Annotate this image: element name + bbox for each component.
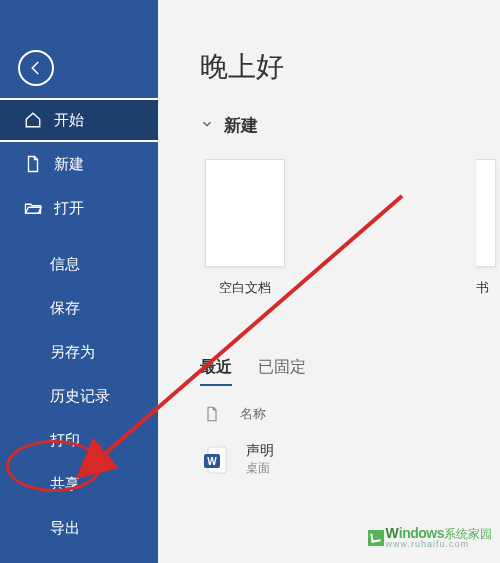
sidebar-item-new[interactable]: 新建 xyxy=(0,142,158,186)
template-thumb-clipped xyxy=(476,159,496,267)
home-icon xyxy=(24,111,42,129)
sidebar-item-info[interactable]: 信息 xyxy=(0,242,158,286)
sidebar-list: 开始 新建 打开 信息 保存 另存为 xyxy=(0,98,158,550)
file-name: 声明 xyxy=(246,442,274,460)
sidebar-item-export[interactable]: 导出 xyxy=(0,506,158,550)
sidebar-item-print[interactable]: 打印 xyxy=(0,418,158,462)
sidebar-item-label: 信息 xyxy=(50,255,80,274)
sidebar-item-label: 打开 xyxy=(54,199,84,218)
back-button[interactable] xyxy=(18,50,54,86)
list-item[interactable]: W 声明 桌面 xyxy=(204,434,500,485)
template-thumb-blank xyxy=(205,159,285,267)
template-row: 空白文档 书 xyxy=(200,159,500,297)
document-icon xyxy=(24,155,42,173)
word-file-icon: W xyxy=(204,446,228,474)
sidebar: 开始 新建 打开 信息 保存 另存为 xyxy=(0,0,158,563)
template-blank[interactable]: 空白文档 xyxy=(200,159,290,297)
sidebar-item-label: 新建 xyxy=(54,155,84,174)
sidebar-item-open[interactable]: 打开 xyxy=(0,186,158,230)
sidebar-item-label: 共享 xyxy=(50,475,80,494)
page-title: 晚上好 xyxy=(200,48,500,86)
section-new-label: 新建 xyxy=(224,114,258,137)
template-label: 书 xyxy=(476,279,489,297)
section-new-toggle[interactable]: 新建 xyxy=(200,114,500,137)
sidebar-item-saveas[interactable]: 另存为 xyxy=(0,330,158,374)
sidebar-item-label: 历史记录 xyxy=(50,387,110,406)
file-list-col-name: 名称 xyxy=(240,405,266,423)
main-pane: 晚上好 新建 空白文档 书 最近 已固定 xyxy=(158,0,500,563)
template-clipped[interactable]: 书 xyxy=(476,159,500,297)
file-list-sort[interactable]: 名称 xyxy=(204,404,500,424)
folder-open-icon xyxy=(24,199,42,217)
sidebar-item-label: 保存 xyxy=(50,299,80,318)
sidebar-item-label: 导出 xyxy=(50,519,80,538)
tab-pinned[interactable]: 已固定 xyxy=(258,357,306,386)
back-arrow-icon xyxy=(27,59,45,77)
recent-tabs: 最近 已固定 xyxy=(200,357,500,386)
template-label: 空白文档 xyxy=(219,279,271,297)
sidebar-item-label: 另存为 xyxy=(50,343,95,362)
file-list: 名称 W 声明 桌面 xyxy=(204,404,500,485)
sidebar-item-history[interactable]: 历史记录 xyxy=(0,374,158,418)
document-sort-icon xyxy=(204,404,220,424)
sidebar-item-label: 开始 xyxy=(54,111,84,130)
tab-recent[interactable]: 最近 xyxy=(200,357,232,386)
sidebar-item-save[interactable]: 保存 xyxy=(0,286,158,330)
chevron-down-icon xyxy=(200,116,214,136)
sidebar-item-home[interactable]: 开始 xyxy=(0,98,158,142)
file-location: 桌面 xyxy=(246,460,274,477)
svg-text:W: W xyxy=(207,456,217,467)
app-root: 开始 新建 打开 信息 保存 另存为 xyxy=(0,0,500,563)
sidebar-item-label: 打印 xyxy=(50,431,80,450)
sidebar-item-share[interactable]: 共享 xyxy=(0,462,158,506)
file-text: 声明 桌面 xyxy=(246,442,274,477)
